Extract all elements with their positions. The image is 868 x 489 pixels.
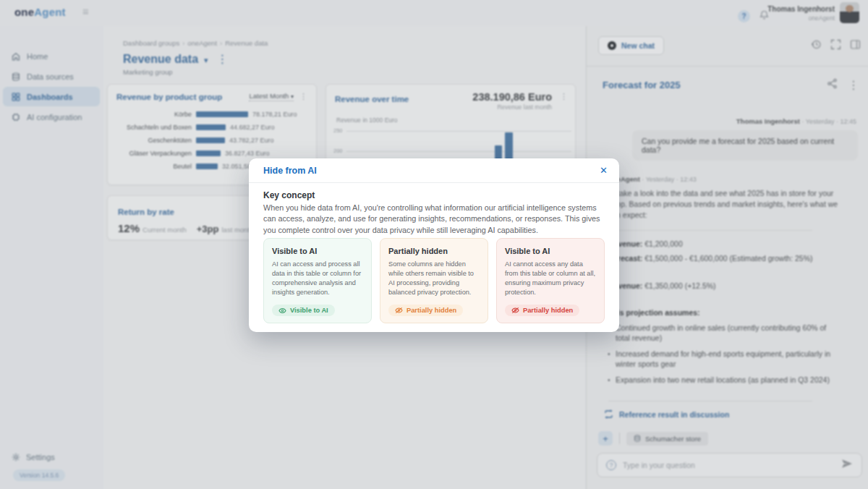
card-title: Visible to AI [505, 247, 596, 255]
eye-icon [278, 307, 286, 314]
eye-off-icon [395, 307, 403, 314]
modal-section-title: Key concept [263, 190, 315, 200]
modal-header: Hide from AI ✕ [249, 158, 619, 183]
card-body: AI can access and process all data in th… [272, 260, 363, 297]
close-icon[interactable]: ✕ [600, 165, 608, 176]
card-body: AI cannot access any data from this tabl… [505, 260, 596, 297]
modal-title: Hide from AI [263, 166, 317, 176]
status-badge: Visible to AI [272, 305, 335, 316]
card-body: Some columns are hidden while others rem… [388, 260, 480, 297]
status-badge: Partially hidden [505, 305, 579, 316]
visibility-card-visible: Visible to AI AI can access and process … [263, 238, 372, 323]
modal-body-text: When you hide data from AI, you're contr… [263, 203, 606, 236]
eye-off-icon [511, 307, 519, 314]
card-title: Partially hidden [388, 247, 480, 255]
screen: oneAgent ≡ ? Thomas Ingenhorst oneAgent … [0, 0, 868, 489]
visibility-card-hidden: Visible to AI AI cannot access any data … [496, 238, 605, 323]
hide-from-ai-modal: Hide from AI ✕ Key concept When you hide… [249, 158, 619, 332]
status-badge: Partially hidden [388, 305, 463, 316]
visibility-card-partial: Partially hidden Some columns are hidden… [380, 238, 488, 323]
card-title: Visible to AI [272, 247, 363, 255]
